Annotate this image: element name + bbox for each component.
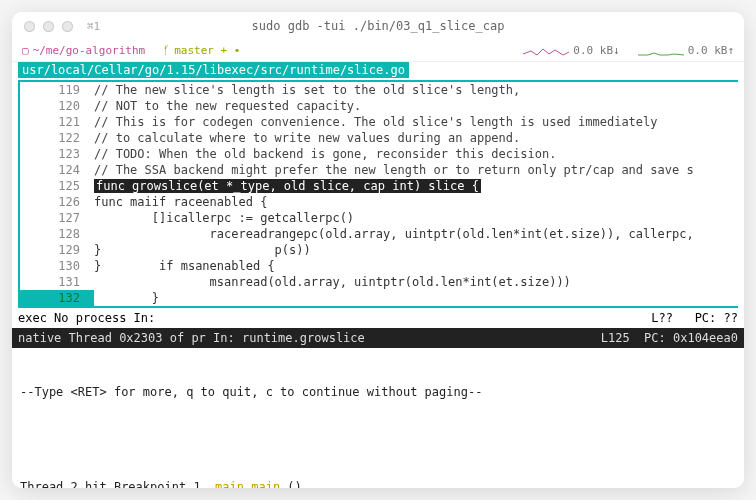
- line-number: 120: [20, 98, 94, 114]
- status-native-left: native Thread 0x2303 of pr In: runtime.g…: [18, 330, 365, 346]
- source-line: 130} if msanenabled {: [20, 258, 738, 274]
- status-exec-left: exec No process In:: [18, 310, 155, 326]
- source-line: 132 }: [20, 290, 738, 306]
- line-text: // TODO: When the old backend is gone, r…: [94, 146, 738, 162]
- status-exec-right: L?? PC: ??: [651, 310, 738, 326]
- net-up: 0.0 kB↑: [688, 44, 734, 57]
- sparkline-up: [638, 46, 684, 56]
- line-text: } if msanenabled {: [94, 258, 738, 274]
- line-number: 126: [20, 194, 94, 210]
- line-number: 125: [20, 178, 94, 194]
- line-text: // This is for codegen convenience. The …: [94, 114, 738, 130]
- source-line: 121// This is for codegen convenience. T…: [20, 114, 738, 130]
- folder-icon: ▢: [22, 44, 29, 57]
- close-icon[interactable]: [24, 21, 35, 32]
- line-text: // The SSA backend might prefer the new …: [94, 162, 738, 178]
- net-down: 0.0 kB↓: [573, 44, 619, 57]
- source-code: 119// The new slice's length is set to t…: [20, 82, 738, 306]
- line-text: // The new slice's length is set to the …: [94, 82, 738, 98]
- line-number: 119: [20, 82, 94, 98]
- source-line: 128 racereadrangepc(old.array, uintptr(o…: [20, 226, 738, 242]
- tui-content: usr/local/Cellar/go/1.15/libexec/src/run…: [12, 62, 744, 488]
- source-line: 122// to calculate where to write new va…: [20, 130, 738, 146]
- line-text: // NOT to the new requested capacity.: [94, 98, 738, 114]
- branch-icon: ᚶ: [163, 44, 170, 57]
- line-number: 129: [20, 242, 94, 258]
- source-line: 131 msanread(old.array, uintptr(old.len*…: [20, 274, 738, 290]
- status-native-right: L125 PC: 0x104eea0: [601, 330, 738, 346]
- pager-hint: --Type <RET> for more, q to quit, c to c…: [20, 384, 736, 401]
- line-text: racereadrangepc(old.array, uintptr(old.l…: [94, 226, 738, 242]
- tab-shortcut: ⌘1: [87, 20, 100, 33]
- source-line: 124// The SSA backend might prefer the n…: [20, 162, 738, 178]
- line-number: 128: [20, 226, 94, 242]
- gdb-console[interactable]: --Type <RET> for more, q to quit, c to c…: [12, 348, 744, 488]
- sparkline-down: [523, 46, 569, 56]
- source-line: 129} p(s)): [20, 242, 738, 258]
- line-number: 122: [20, 130, 94, 146]
- status-bar: ▢ ~/me/go-algorithm ᚶ master + • 0.0 kB↓…: [12, 40, 744, 62]
- source-line: 119// The new slice's length is set to t…: [20, 82, 738, 98]
- line-number: 130: [20, 258, 94, 274]
- zoom-icon[interactable]: [62, 21, 73, 32]
- cwd-path: ~/me/go-algorithm: [33, 44, 146, 57]
- line-number: 131: [20, 274, 94, 290]
- source-line: 123// TODO: When the old backend is gone…: [20, 146, 738, 162]
- source-path: usr/local/Cellar/go/1.15/libexec/src/run…: [18, 62, 409, 78]
- line-number: 132: [20, 290, 94, 306]
- minimize-icon[interactable]: [43, 21, 54, 32]
- function-name: main.main: [215, 480, 280, 488]
- line-text: msanread(old.array, uintptr(old.len*int(…: [94, 274, 738, 290]
- line-text: // to calculate where to write new value…: [94, 130, 738, 146]
- status-native: native Thread 0x2303 of pr In: runtime.g…: [12, 328, 744, 348]
- titlebar: ⌘1 sudo gdb -tui ./bin/03_q1_slice_cap: [12, 12, 744, 40]
- git-branch: master + •: [174, 44, 240, 57]
- line-text: } p(s)): [94, 242, 738, 258]
- source-line: 127 []icallerpc := getcallerpc(): [20, 210, 738, 226]
- line-number: 127: [20, 210, 94, 226]
- source-pane[interactable]: 119// The new slice's length is set to t…: [18, 80, 738, 308]
- window-controls: [24, 21, 73, 32]
- line-number: 124: [20, 162, 94, 178]
- source-line: 125func growslice(et *_type, old slice, …: [20, 178, 738, 194]
- line-text: func maiif raceenabled {: [94, 194, 738, 210]
- source-line: 120// NOT to the new requested capacity.: [20, 98, 738, 114]
- gdb-line: Thread 2 hit Breakpoint 1, main.main (): [20, 479, 736, 488]
- line-number: 123: [20, 146, 94, 162]
- line-text: func growslice(et *_type, old slice, cap…: [94, 178, 738, 194]
- line-number: 121: [20, 114, 94, 130]
- window-title: sudo gdb -tui ./bin/03_q1_slice_cap: [12, 19, 744, 33]
- line-text: }: [94, 290, 738, 306]
- line-text: []icallerpc := getcallerpc(): [94, 210, 738, 226]
- status-exec: exec No process In: L?? PC: ??: [12, 308, 744, 328]
- source-line: 126func maiif raceenabled {: [20, 194, 738, 210]
- terminal-window: ⌘1 sudo gdb -tui ./bin/03_q1_slice_cap ▢…: [12, 12, 744, 488]
